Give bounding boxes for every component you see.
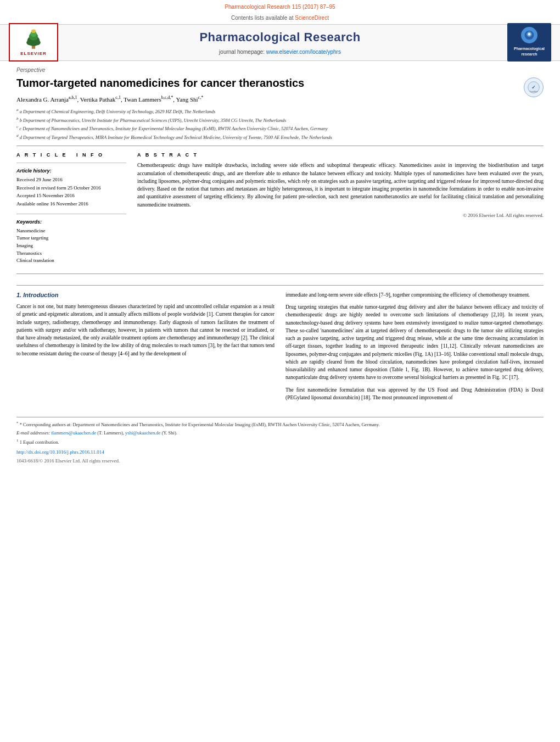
svg-point-6 [31,29,36,32]
perspective-label: Perspective [16,66,544,74]
homepage-link[interactable]: www.elsevier.com/locate/yphrs [266,49,341,55]
elsevier-text: ELSEVIER [20,51,47,57]
footnote-star: * * Corresponding authors at: Department… [16,421,544,428]
footnote-email: E-mail addresses: tlammers@ukaachen.de (… [16,430,544,437]
affiliation-c: c c Department of Nanomedicines and Ther… [16,125,544,132]
elsevier-logo: ELSEVIER [9,23,58,62]
article-wrapper: Perspective ✓ CrossMark Tumor-targeted n… [0,61,560,472]
keywords-label: Keywords: [16,219,126,226]
affiliation-b: b b Department of Pharmaceutics, Utrecht… [16,116,544,124]
sciencedirect-link[interactable]: ScienceDirect [295,15,329,21]
footnotes: * * Corresponding authors at: Department… [16,417,544,465]
intro-body-right: immediate and long-term severe side effe… [285,291,544,401]
svg-point-8 [528,33,531,36]
main-content: 1. Introduction Cancer is not one, but m… [16,285,544,406]
issn-line: 1043-6618/© 2016 Elsevier Ltd. All right… [16,458,544,465]
keyword-2: Tumor targeting [16,235,126,242]
left-column: A R T I C L E I N F O Article history: R… [16,152,126,265]
info-abstract-section: A R T I C L E I N F O Article history: R… [16,152,544,265]
contents-line: Contents lists available at ScienceDirec… [0,12,560,24]
keyword-5: Clinical translation [16,257,126,264]
intro-title: 1. Introduction [16,291,275,299]
journal-ref: Pharmacological Research 115 (2017) 87–9… [0,0,560,12]
crossmark-badge[interactable]: ✓ CrossMark [524,77,544,97]
accepted-date: Accepted 15 November 2016 [16,192,126,199]
copyright: © 2016 Elsevier Ltd. All rights reserved… [137,212,544,219]
email-link-shi[interactable]: yshi@ukaachen.de [125,430,160,436]
article-history: Article history: Received 29 June 2016 R… [16,168,126,207]
divider-ai [16,163,126,163]
article-info-header: A R T I C L E I N F O [16,152,126,159]
authors-text: Alexandra G. Arranjaa,b,1, Vertika Patha… [16,96,203,103]
affiliation-d: d d Department of Targeted Therapeutics,… [16,133,544,141]
logo-circle [521,27,537,43]
article-title: Tumor-targeted nanomedicines for cancer … [16,76,544,90]
revised-date: Received in revised form 25 October 2016 [16,185,126,192]
affiliation-a: a a Department of Chemical Engineering, … [16,108,544,115]
journal-title-section: Pharmacological Research journal homepag… [9,29,551,56]
email-link-lammers[interactable]: tlammers@ukaachen.de [51,430,96,436]
divider-kw [16,214,126,214]
article-history-label: Article history: [16,168,126,175]
header: Pharmacological Research 115 (2017) 87–9… [0,0,560,61]
pharmacological-logo: Pharmacological research [507,23,551,62]
right-column: A B S T R A C T Chemotherapeutic drugs h… [137,152,544,265]
affiliations: a a Department of Chemical Engineering, … [16,108,544,141]
keywords-section: Keywords: Nanomedicine Tumor targeting I… [16,219,126,264]
contents-text: Contents lists available at [231,15,293,21]
abstract-header: A B S T R A C T [137,152,544,159]
abstract-text: Chemotherapeutic drugs have multiple dra… [137,161,544,209]
received-date: Received 29 June 2016 [16,176,126,183]
divider-1 [16,146,544,146]
footnote-1: 1 1 Equal contribution. [16,438,544,446]
journal-banner: ELSEVIER Pharmacological Research journa… [0,24,560,61]
available-date: Available online 16 November 2016 [16,200,126,208]
svg-point-3 [33,40,41,46]
doi-line: http://dx.doi.org/10.1016/j.phrs.2016.11… [16,449,544,456]
divider-2 [16,274,544,274]
intro-body-left: Cancer is not one, but many heterogeneou… [16,303,275,358]
title-section: ✓ CrossMark Tumor-targeted nanomedicines… [16,76,544,90]
svg-point-2 [26,40,33,46]
keyword-3: Imaging [16,242,126,249]
doi-link[interactable]: http://dx.doi.org/10.1016/j.phrs.2016.11… [16,449,104,455]
keyword-1: Nanomedicine [16,227,126,235]
keywords-list: Nanomedicine Tumor targeting Imaging The… [16,227,126,264]
authors-line: Alexandra G. Arranjaa,b,1, Vertika Patha… [16,95,544,104]
journal-title: Pharmacological Research [9,29,551,46]
journal-homepage: journal homepage: www.elsevier.com/locat… [9,48,551,56]
main-left-col: 1. Introduction Cancer is not one, but m… [16,291,275,406]
pharm-logo-text: Pharmacological research [507,45,551,58]
svg-text:CrossMark: CrossMark [530,91,538,93]
main-right-col: immediate and long-term severe side effe… [285,291,544,406]
keyword-4: Theranostics [16,250,126,257]
svg-text:✓: ✓ [531,85,536,90]
